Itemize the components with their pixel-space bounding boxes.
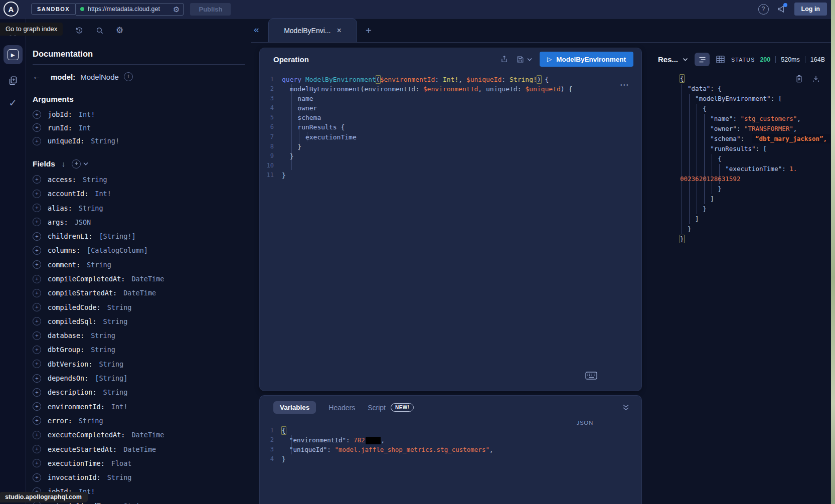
schema-field-row[interactable]: +executionTime:Float <box>33 456 245 470</box>
schema-field-row[interactable]: +alias:String <box>33 201 245 215</box>
schema-field-row[interactable]: +jobId:Int! <box>33 108 245 121</box>
schema-field-row[interactable]: +compiledCode:String <box>33 300 245 314</box>
add-field-to-query-icon[interactable]: + <box>33 374 41 383</box>
add-field-to-query-icon[interactable]: + <box>33 123 41 132</box>
formatted-view-toggle[interactable] <box>695 53 710 66</box>
schema-field-row[interactable]: +columns:[CatalogColumn] <box>33 243 245 257</box>
endpoint-url-field[interactable]: https://metadata.cloud.get ⚙ <box>76 3 184 16</box>
schema-field-row[interactable]: +access:String <box>33 173 245 187</box>
publish-button[interactable]: Publish <box>190 3 231 16</box>
schema-field-row[interactable]: +environmentId:Int! <box>33 400 245 414</box>
sort-fields-icon[interactable]: ↓ <box>62 159 66 168</box>
schema-field-row[interactable]: +runId:Int <box>33 121 245 135</box>
schema-field-row[interactable]: +childrenL1:[String!] <box>33 229 245 243</box>
save-operation-group[interactable] <box>516 55 532 64</box>
schema-field-row[interactable]: +uniqueId:String! <box>33 134 245 148</box>
search-icon[interactable] <box>95 26 104 35</box>
tab-variables[interactable]: Variables <box>273 401 316 414</box>
add-field-to-query-icon[interactable]: + <box>33 303 41 311</box>
schema-field-row[interactable]: +error:String <box>33 414 245 428</box>
new-tab-icon[interactable]: + <box>366 26 372 36</box>
add-field-to-query-icon[interactable]: + <box>33 275 41 283</box>
type-name-link[interactable]: ModelNode <box>80 73 119 81</box>
add-all-fields-icon[interactable]: + <box>72 159 81 169</box>
field-type: DateTime <box>123 445 156 453</box>
add-field-to-query-icon[interactable]: + <box>33 218 41 226</box>
schema-field-row[interactable]: +invocationId:String <box>33 470 245 484</box>
add-field-to-query-icon[interactable]: + <box>33 204 41 212</box>
response-dropdown[interactable]: Res... <box>658 55 688 64</box>
field-name: error: <box>48 417 72 425</box>
tab-close-icon[interactable]: × <box>337 27 342 35</box>
add-field-to-query-icon[interactable]: + <box>33 331 41 340</box>
add-field-to-query-icon[interactable]: + <box>33 232 41 241</box>
line-number: 7 <box>260 132 282 142</box>
apollo-logo[interactable]: A <box>4 2 19 17</box>
schema-field-row[interactable]: +compileCompletedAt:DateTime <box>33 272 245 286</box>
add-field-to-query-icon[interactable]: + <box>33 431 41 439</box>
add-field-to-query-icon[interactable]: + <box>33 388 41 397</box>
add-field-to-query-icon[interactable]: + <box>33 346 41 354</box>
keyboard-shortcuts-icon[interactable] <box>585 372 597 380</box>
add-type-to-query-icon[interactable]: + <box>124 72 133 81</box>
back-arrow-icon[interactable]: ← <box>33 72 41 82</box>
collapse-panel-chevrons-icon[interactable] <box>622 404 629 411</box>
history-icon[interactable] <box>75 26 84 35</box>
sidebar-item-operation-collections[interactable] <box>8 75 19 86</box>
add-field-to-query-icon[interactable]: + <box>33 175 41 184</box>
announcements-megaphone-icon[interactable] <box>777 5 786 14</box>
add-field-to-query-icon[interactable]: + <box>33 402 41 411</box>
schema-field-row[interactable]: +args:JSON <box>33 215 245 229</box>
schema-field-row[interactable]: +comment:String <box>33 258 245 272</box>
code-line: 3 "uniqueId": "model.jaffle_shop_metrics… <box>260 445 641 454</box>
endpoint-url[interactable]: https://metadata.cloud.get <box>88 6 170 13</box>
schema-field-row[interactable]: +description:String <box>33 385 245 399</box>
schema-field-row[interactable]: +executeCompletedAt:DateTime <box>33 428 245 442</box>
add-field-to-query-icon[interactable]: + <box>33 473 41 482</box>
add-field-to-query-icon[interactable]: + <box>33 317 41 325</box>
tab-script[interactable]: Script NEW! <box>368 403 414 412</box>
schema-field-row[interactable]: +executeStartedAt:DateTime <box>33 442 245 456</box>
schema-field-row[interactable]: +compileStartedAt:DateTime <box>33 286 245 300</box>
save-dropdown-chevron-icon[interactable] <box>527 58 532 61</box>
add-field-to-query-icon[interactable]: + <box>33 360 41 368</box>
add-field-to-query-icon[interactable]: + <box>33 137 41 145</box>
code-line: 4 owner <box>260 103 641 113</box>
share-operation-icon[interactable] <box>500 55 509 64</box>
schema-field-row[interactable]: +compiledSql:String <box>33 314 245 328</box>
add-field-to-query-icon[interactable]: + <box>33 110 41 119</box>
variables-editor[interactable]: 1{2 "environmentId": 782,3 "uniqueId": "… <box>260 414 641 464</box>
add-field-to-query-icon[interactable]: + <box>33 289 41 297</box>
add-field-to-query-icon[interactable]: + <box>33 260 41 269</box>
field-type: [CatalogColumn] <box>87 246 148 254</box>
login-button[interactable]: Log in <box>794 3 827 16</box>
add-field-to-query-icon[interactable]: + <box>33 459 41 467</box>
add-field-to-query-icon[interactable]: + <box>33 190 41 198</box>
schema-field-row[interactable]: +dbtGroup:String <box>33 343 245 357</box>
run-operation-button[interactable]: ▷ ModelByEnvironment <box>540 52 633 67</box>
tab-headers[interactable]: Headers <box>328 404 355 412</box>
field-name: uniqueId: <box>48 137 84 145</box>
table-view-toggle[interactable] <box>716 56 725 63</box>
editor-overflow-menu-icon[interactable]: ••• <box>620 82 629 88</box>
add-field-to-query-icon[interactable]: + <box>33 246 41 255</box>
endpoint-settings-gear-icon[interactable]: ⚙ <box>173 6 180 13</box>
download-response-icon[interactable] <box>812 75 820 83</box>
sidebar-item-checks[interactable]: ✓ <box>9 97 17 109</box>
response-actions <box>795 75 820 83</box>
collapse-docs-panel-icon[interactable]: « <box>254 25 259 34</box>
query-editor[interactable]: 1query ModelByEnvironment($environmentId… <box>260 70 641 180</box>
save-icon[interactable] <box>516 55 525 64</box>
help-icon[interactable]: ? <box>758 4 769 15</box>
schema-field-row[interactable]: +accountId:Int! <box>33 187 245 201</box>
schema-field-row[interactable]: +dbtVersion:String <box>33 357 245 371</box>
tab-modelbyenvironment[interactable]: ModelByEnvi... × <box>268 19 357 42</box>
add-field-to-query-icon[interactable]: + <box>33 445 41 453</box>
add-fields-chevron-icon[interactable] <box>83 162 88 165</box>
copy-response-icon[interactable] <box>795 75 803 83</box>
add-field-to-query-icon[interactable]: + <box>33 416 41 425</box>
schema-field-row[interactable]: +database:String <box>33 328 245 343</box>
schema-field-row[interactable]: +dependsOn:[String] <box>33 371 245 385</box>
sidebar-item-explorer[interactable]: ▶ <box>4 45 23 64</box>
explorer-settings-gear-icon[interactable]: ⚙ <box>116 26 123 35</box>
